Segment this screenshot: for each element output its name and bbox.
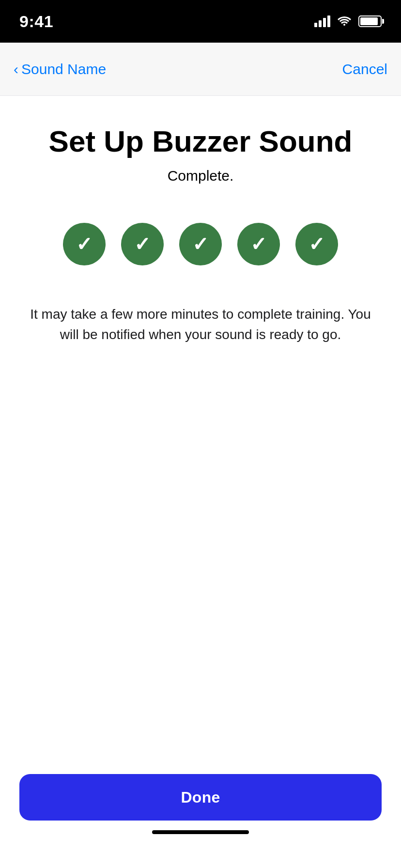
checkmarks-row: ✓ ✓ ✓ ✓ ✓	[63, 223, 338, 265]
footer: Done	[0, 774, 401, 868]
check-circle-5: ✓	[295, 223, 338, 265]
done-button[interactable]: Done	[19, 774, 382, 821]
main-screen: ‹ Sound Name Cancel Set Up Buzzer Sound …	[0, 43, 401, 868]
check-mark-3: ✓	[192, 234, 209, 254]
content-area: Set Up Buzzer Sound Complete. ✓ ✓ ✓ ✓ ✓ …	[0, 96, 401, 868]
signal-icon	[314, 16, 330, 27]
status-bar: 9:41	[0, 0, 401, 43]
check-mark-2: ✓	[134, 234, 151, 254]
signal-bar-2	[319, 20, 322, 27]
nav-bar: ‹ Sound Name Cancel	[0, 43, 401, 96]
cancel-button[interactable]: Cancel	[342, 61, 387, 78]
status-icons	[314, 14, 382, 29]
back-label: Sound Name	[21, 61, 106, 78]
status-time: 9:41	[19, 12, 53, 31]
home-indicator	[152, 830, 249, 834]
signal-bar-4	[327, 16, 330, 27]
battery-fill	[360, 17, 378, 25]
signal-bar-3	[323, 18, 326, 27]
check-circle-2: ✓	[121, 223, 164, 265]
battery-icon	[358, 16, 382, 27]
check-circle-3: ✓	[179, 223, 222, 265]
check-mark-5: ✓	[308, 234, 325, 254]
page-title: Set Up Buzzer Sound	[49, 125, 353, 158]
back-button[interactable]: ‹ Sound Name	[14, 61, 106, 78]
check-mark-1: ✓	[76, 234, 93, 254]
signal-bar-1	[314, 23, 317, 27]
check-mark-4: ✓	[250, 234, 267, 254]
check-circle-1: ✓	[63, 223, 106, 265]
check-circle-4: ✓	[237, 223, 280, 265]
info-text: It may take a few more minutes to comple…	[19, 304, 382, 345]
wifi-icon	[337, 14, 352, 29]
page-subtitle: Complete.	[168, 168, 234, 184]
back-chevron-icon: ‹	[14, 61, 18, 78]
